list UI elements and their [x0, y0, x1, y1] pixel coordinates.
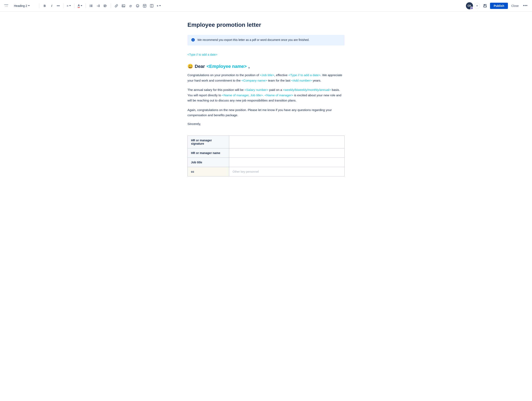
- job-title-label: Job title: [188, 158, 229, 167]
- svg-point-4: [90, 6, 90, 7]
- bold-button[interactable]: B: [41, 2, 48, 9]
- more-options-button[interactable]: •••: [522, 2, 529, 9]
- cc-value[interactable]: Other key personnel: [229, 167, 345, 176]
- greeting-heading[interactable]: 😀 Dear <Employee name>,: [187, 64, 345, 69]
- signature-label: HR or manager signature: [188, 136, 229, 148]
- name-label: HR or manager name: [188, 148, 229, 158]
- sincerely-text: Sincerely,: [187, 122, 345, 126]
- svg-text:@: @: [129, 4, 132, 7]
- cc-label: cc: [188, 167, 229, 176]
- toolbar-divider-2: [63, 3, 63, 8]
- content-area: Employee promotion letter i We recommend…: [181, 12, 351, 193]
- svg-rect-1: [91, 5, 93, 5]
- plus-collaborator-icon: +: [476, 4, 478, 8]
- chevron-down-icon: [28, 5, 30, 6]
- info-icon: i: [191, 38, 195, 43]
- table-row-signature: HR or manager signature: [188, 136, 345, 148]
- greeting-emoji: 😀: [187, 64, 193, 69]
- svg-point-2: [90, 5, 90, 6]
- table-button[interactable]: [141, 2, 148, 9]
- more-options-icon: •••: [523, 4, 528, 8]
- paragraph-3[interactable]: Again, congratulations on the new positi…: [187, 107, 345, 118]
- table-row-cc: cc Other key personnel: [188, 167, 345, 176]
- emoji-icon: [136, 4, 139, 7]
- paragraph-1[interactable]: Congratulations on your promotion to the…: [187, 72, 345, 83]
- link-icon: [115, 4, 118, 7]
- ordered-list-button[interactable]: 1.: [95, 2, 102, 9]
- mention-button[interactable]: @: [127, 2, 134, 9]
- align-button[interactable]: ≡: [65, 2, 72, 9]
- greeting-name-placeholder[interactable]: <Employee name>: [207, 64, 247, 69]
- svg-point-17: [138, 5, 138, 6]
- save-icon: [483, 4, 487, 8]
- layout-icon: [150, 4, 153, 7]
- svg-rect-24: [484, 4, 485, 5]
- add-collaborator-button[interactable]: +: [474, 3, 480, 9]
- svg-rect-8: [98, 6, 100, 6]
- svg-rect-9: [98, 6, 100, 7]
- align-icon: ≡: [67, 4, 68, 7]
- image-icon: [122, 4, 125, 7]
- bullet-list-icon: [89, 4, 93, 7]
- heading-style-label: Heading 2: [14, 4, 27, 7]
- publish-button[interactable]: Publish: [490, 3, 508, 9]
- avatar[interactable]: CK C: [466, 2, 473, 9]
- info-box: i We recommend you export this letter as…: [187, 35, 345, 45]
- color-chevron-icon: [81, 5, 82, 6]
- table-row-name: HR or manager name: [188, 148, 345, 158]
- greeting-comma: ,: [248, 64, 250, 69]
- text-color-button[interactable]: A: [76, 2, 83, 9]
- plus-icon: +: [157, 4, 158, 7]
- svg-rect-7: [98, 5, 100, 5]
- italic-button[interactable]: I: [48, 2, 55, 9]
- task-list-icon: [104, 4, 107, 7]
- avatar-badge: C: [470, 7, 473, 10]
- svg-point-0: [90, 5, 90, 5]
- name-value[interactable]: [229, 148, 345, 158]
- svg-rect-11: [106, 6, 107, 6]
- toolbar-divider-4: [86, 3, 86, 8]
- insert-group: @ +: [113, 2, 162, 9]
- insert-chevron-icon: [159, 5, 161, 6]
- toolbar-divider-3: [74, 3, 74, 8]
- table-row-job-title: Job title: [188, 158, 345, 167]
- svg-rect-25: [484, 6, 486, 7]
- job-title-value[interactable]: [229, 158, 345, 167]
- close-button[interactable]: Close: [510, 3, 520, 9]
- save-icon-button[interactable]: [482, 2, 488, 9]
- toolbar: Heading 2 B I ••• ≡ A 1.: [0, 0, 532, 12]
- svg-rect-3: [91, 6, 93, 6]
- emoji-button[interactable]: [134, 2, 141, 9]
- greeting-dear: Dear: [195, 64, 205, 69]
- task-list-button[interactable]: [102, 2, 109, 9]
- mention-icon: @: [129, 4, 132, 7]
- date-placeholder[interactable]: <Type // to add a date>: [187, 53, 345, 56]
- info-text: We recommend you export this letter as a…: [197, 38, 310, 42]
- heading-style-selector[interactable]: Heading 2: [12, 3, 37, 8]
- bullet-list-button[interactable]: [88, 2, 95, 9]
- insert-more-button[interactable]: +: [155, 2, 162, 9]
- paragraph-2[interactable]: The annual salary for this position will…: [187, 87, 345, 103]
- toolbar-divider-1: [39, 3, 39, 8]
- toolbar-right: CK C + Publish Close •••: [466, 2, 529, 9]
- align-chevron-icon: [69, 5, 71, 6]
- svg-text:1.: 1.: [97, 5, 98, 7]
- page-title[interactable]: Employee promotion letter: [187, 22, 345, 28]
- layout-button[interactable]: [148, 2, 155, 9]
- avatar-initials: CK: [468, 4, 471, 7]
- signature-value[interactable]: [229, 136, 345, 148]
- ordered-list-icon: 1.: [97, 4, 100, 7]
- image-button[interactable]: [120, 2, 127, 9]
- svg-text:i: i: [193, 39, 193, 42]
- text-format-group: B I •••: [41, 2, 61, 9]
- color-a-icon: A: [78, 4, 80, 8]
- svg-point-16: [137, 5, 137, 6]
- link-button[interactable]: [113, 2, 120, 9]
- app-logo[interactable]: [3, 3, 9, 9]
- more-format-button[interactable]: •••: [56, 2, 61, 9]
- svg-rect-5: [91, 6, 93, 7]
- table-icon: [143, 4, 146, 7]
- signature-table: HR or manager signature HR or manager na…: [187, 136, 345, 176]
- list-group: 1.: [88, 2, 109, 9]
